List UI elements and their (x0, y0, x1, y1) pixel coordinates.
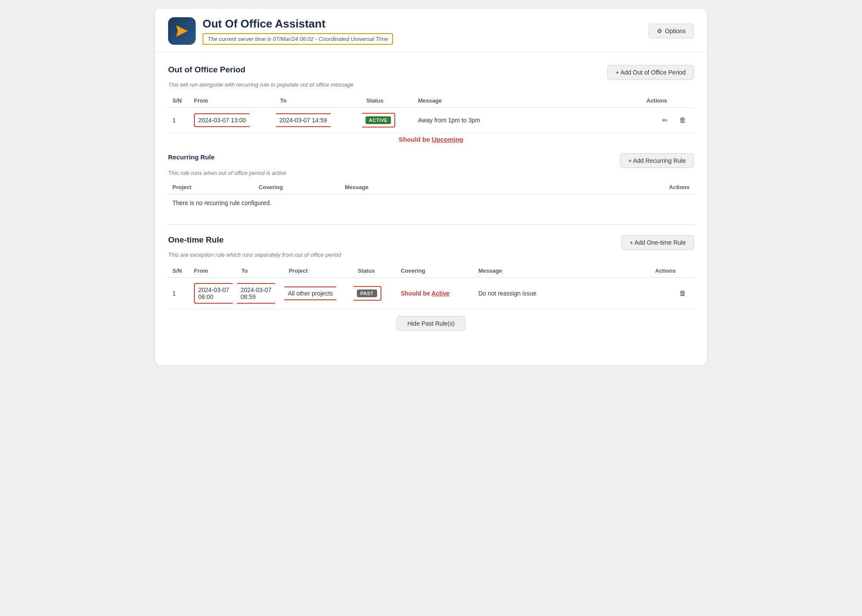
th-status: Status (362, 94, 414, 108)
th-actions: Actions (642, 94, 694, 108)
recurring-section: Recurring Rule + Add Recurring Rule This… (168, 153, 694, 212)
server-time-box: The current server time is 07/Mar/24 06:… (203, 33, 393, 45)
th-sn2: S/N (168, 264, 190, 278)
oof-section-subtitle: This will run alongside with recurring r… (168, 81, 694, 88)
recurring-header: Recurring Rule + Add Recurring Rule (168, 153, 694, 168)
should-be-cell: Should be Upcoming (168, 133, 694, 149)
gear-icon: ⚙ (657, 28, 662, 34)
one-time-row-from: 2024-03-0706:00 (190, 278, 237, 309)
th-status2: Status (353, 264, 397, 278)
recurring-table: Project Covering Message Actions There i… (168, 180, 694, 212)
one-time-table: S/N From To Project Status Covering Mess… (168, 264, 694, 309)
th-from: From (190, 94, 276, 108)
oof-row-from: 2024-03-07 13:00 (190, 108, 276, 133)
oof-title-area: Out of Office Period (168, 65, 245, 75)
one-time-section-header: One-time Rule + Add One-time Rule (168, 235, 694, 250)
oof-section-title: Out of Office Period (168, 65, 245, 75)
th-covering: Covering (254, 180, 340, 194)
should-be-active-text: Should be Active (401, 290, 470, 297)
add-recurring-rule-button[interactable]: + Add Recurring Rule (620, 153, 694, 168)
th-message2: Message (474, 264, 651, 278)
oof-table: S/N From To Status Message Actions 1 202… (168, 94, 694, 149)
th-covering2: Covering (397, 264, 474, 278)
one-time-action-icons: 🗑 (655, 286, 690, 300)
oof-row-actions: ✏ 🗑 (642, 108, 694, 133)
header-title-area: Out Of Office Assistant The current serv… (203, 17, 393, 45)
th-message: Message (414, 94, 642, 108)
options-button[interactable]: ⚙ Options (649, 24, 694, 38)
oof-row-message: Away from 1pm to 3pm (414, 108, 642, 133)
one-time-table-row-1: 1 2024-03-0706:00 2024-03-0708:59 All ot… (168, 278, 694, 309)
th-project2: Project (284, 264, 353, 278)
one-time-section: One-time Rule + Add One-time Rule This a… (168, 235, 694, 339)
oof-table-row-1: 1 2024-03-07 13:00 2024-03-07 14:59 ACTI… (168, 108, 694, 133)
out-of-office-section: Out of Office Period + Add Out of Office… (168, 65, 694, 212)
main-content: Out of Office Period + Add Out of Office… (155, 52, 707, 365)
th-project: Project (168, 180, 254, 194)
oof-row-sn: 1 (168, 108, 190, 133)
oof-action-icons: ✏ 🗑 (646, 113, 690, 127)
should-be-row: Should be Upcoming (168, 133, 694, 149)
no-rule-cell: There is no recurring rule configured. (168, 194, 694, 212)
should-be-upcoming-underline: Upcoming (432, 136, 463, 143)
th-actions-recurring: Actions (642, 180, 694, 194)
hide-past-wrapper: Hide Past Rule(s) (168, 316, 694, 339)
header: Out Of Office Assistant The current serv… (155, 9, 707, 52)
oof-row-status: ACTIVE (362, 108, 414, 133)
options-label: Options (665, 28, 686, 34)
one-time-row-covering: Should be Active (397, 278, 474, 309)
th-to2: To (237, 264, 284, 278)
th-sn: S/N (168, 94, 190, 108)
add-oof-period-button[interactable]: + Add Out of Office Period (607, 65, 694, 80)
status-badge-past: PAST (357, 289, 377, 297)
th-actions2: Actions (651, 264, 694, 278)
recurring-title: Recurring Rule (168, 153, 215, 161)
delete-one-time-button[interactable]: 🗑 (676, 286, 690, 300)
header-left: Out Of Office Assistant The current serv… (168, 17, 393, 45)
th-from2: From (190, 264, 237, 278)
oof-row-to: 2024-03-07 14:59 (276, 108, 362, 133)
should-be-upcoming-text: Should be Upcoming (168, 134, 694, 146)
one-time-section-title: One-time Rule (168, 235, 224, 245)
edit-button[interactable]: ✏ (658, 113, 671, 127)
status-badge-active: ACTIVE (365, 116, 391, 124)
one-time-row-project: All other projects (284, 278, 353, 309)
no-rule-row: There is no recurring rule configured. (168, 194, 694, 212)
one-time-section-subtitle: This are exception rule which runs separ… (168, 252, 694, 258)
section-divider (168, 224, 694, 225)
one-time-row-sn: 1 (168, 278, 190, 309)
one-time-row-actions: 🗑 (651, 278, 694, 309)
one-time-row-message: Do not reassign issue (474, 278, 651, 309)
recurring-subtitle: This rule runs when out of office period… (168, 170, 694, 176)
th-message-recurring: Message (340, 180, 642, 194)
hide-past-rule-button[interactable]: Hide Past Rule(s) (397, 316, 465, 331)
one-time-title-area: One-time Rule (168, 235, 224, 245)
one-time-row-status: PAST (353, 278, 397, 309)
should-be-active-underline: Active (431, 290, 450, 297)
th-to: To (276, 94, 362, 108)
oof-section-header: Out of Office Period + Add Out of Office… (168, 65, 694, 80)
app-title: Out Of Office Assistant (203, 17, 393, 31)
page-wrapper: Out Of Office Assistant The current serv… (155, 9, 707, 365)
add-one-time-rule-button[interactable]: + Add One-time Rule (622, 235, 694, 250)
app-icon (168, 17, 196, 45)
one-time-row-to: 2024-03-0708:59 (237, 278, 284, 309)
recurring-title-area: Recurring Rule (168, 153, 215, 161)
delete-button[interactable]: 🗑 (676, 113, 690, 127)
